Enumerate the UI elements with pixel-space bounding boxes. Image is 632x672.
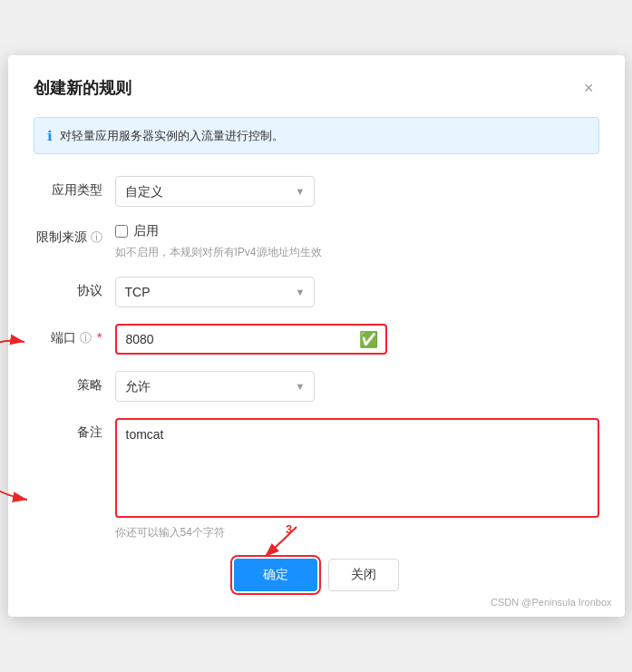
app-type-select-wrapper: 自定义 HTTP HTTPS SSH RDP MySQL ▼	[115, 176, 315, 207]
create-rule-dialog: 创建新的规则 × ℹ 对轻量应用服务器实例的入流量进行控制。 应用类型 自定义 …	[8, 55, 625, 618]
annotation-arrow-2: 2	[0, 472, 38, 527]
protocol-content: TCP UDP ICMP ▼	[115, 277, 599, 307]
app-type-row: 应用类型 自定义 HTTP HTTPS SSH RDP MySQL ▼	[34, 176, 599, 207]
info-icon: ℹ	[47, 128, 53, 144]
info-banner: ℹ 对轻量应用服务器实例的入流量进行控制。	[34, 117, 599, 155]
source-info-icon[interactable]: ⓘ	[91, 230, 102, 244]
source-enable-checkbox[interactable]	[115, 225, 128, 238]
annotation-arrow-1: 1	[0, 328, 34, 355]
policy-content: 允许 拒绝 ▼	[115, 371, 599, 402]
dialog-header: 创建新的规则 ×	[34, 77, 599, 99]
policy-select[interactable]: 允许 拒绝	[115, 371, 315, 402]
port-content: ✅	[115, 324, 599, 355]
source-checkbox-row: 启用	[115, 223, 599, 239]
info-banner-text: 对轻量应用服务器实例的入流量进行控制。	[60, 127, 284, 145]
confirm-button[interactable]: 确定	[234, 559, 317, 591]
protocol-label: 协议	[34, 277, 115, 299]
policy-row: 策略 允许 拒绝 ▼	[34, 371, 599, 402]
protocol-row: 协议 TCP UDP ICMP ▼	[34, 277, 599, 307]
source-limit-row: 限制来源 ⓘ 启用 如不启用，本规则对所有IPv4源地址均生效	[34, 223, 599, 260]
protocol-select[interactable]: TCP UDP ICMP	[115, 277, 315, 307]
port-required-mark: *	[97, 330, 102, 345]
close-button[interactable]: ×	[579, 78, 599, 98]
port-input-wrapper: ✅	[115, 324, 387, 355]
port-row: 1 端口 ⓘ * ✅	[34, 324, 599, 355]
char-count-text: 你还可以输入54个字符	[115, 525, 599, 541]
port-valid-icon: ✅	[359, 330, 378, 349]
source-limit-content: 启用 如不启用，本规则对所有IPv4源地址均生效	[115, 223, 599, 260]
port-info-icon[interactable]: ⓘ	[80, 331, 92, 345]
protocol-select-wrapper: TCP UDP ICMP ▼	[115, 277, 315, 307]
watermark-text: CSDN @Peninsula Ironbox	[491, 597, 611, 608]
app-type-select[interactable]: 自定义 HTTP HTTPS SSH RDP MySQL	[115, 176, 315, 207]
dialog-title: 创建新的规则	[34, 77, 131, 99]
port-input[interactable]	[115, 324, 387, 355]
source-enable-label: 启用	[133, 223, 159, 239]
port-label: 端口 ⓘ *	[34, 324, 115, 346]
policy-select-wrapper: 允许 拒绝 ▼	[115, 371, 315, 402]
note-row: 2 备注 tomcat 你还可以输入54个字符	[34, 418, 599, 541]
app-type-content: 自定义 HTTP HTTPS SSH RDP MySQL ▼	[115, 176, 599, 207]
source-hint-text: 如不启用，本规则对所有IPv4源地址均生效	[115, 245, 599, 260]
source-limit-label: 限制来源 ⓘ	[34, 223, 115, 246]
note-textarea-wrapper: tomcat	[115, 418, 599, 521]
footer-buttons: 3 确定 关闭	[34, 559, 599, 591]
cancel-button[interactable]: 关闭	[328, 559, 399, 591]
policy-label: 策略	[34, 371, 115, 394]
note-textarea[interactable]: tomcat	[115, 418, 599, 518]
app-type-label: 应用类型	[34, 176, 115, 199]
note-label: 备注	[34, 418, 115, 441]
note-content: tomcat 你还可以输入54个字符	[115, 418, 599, 541]
